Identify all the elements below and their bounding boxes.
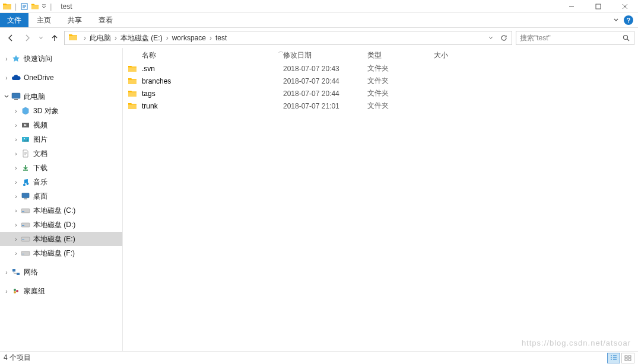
sidebar-label: 桌面 xyxy=(33,191,47,202)
close-button[interactable] xyxy=(611,0,638,13)
back-button[interactable] xyxy=(4,31,18,45)
column-header-type[interactable]: 类型 xyxy=(367,50,434,60)
sidebar-this-pc[interactable]: 此电脑 xyxy=(0,90,122,104)
chevron-right-icon[interactable]: › xyxy=(2,269,11,276)
chevron-right-icon[interactable]: › xyxy=(164,34,171,42)
file-type: 文件夹 xyxy=(367,76,434,86)
chevron-right-icon[interactable]: › xyxy=(12,236,20,242)
chevron-right-icon[interactable]: › xyxy=(12,122,20,129)
column-header-date[interactable]: 修改日期 xyxy=(283,50,367,60)
qat-dropdown-icon[interactable] xyxy=(41,2,47,11)
refresh-button[interactable] xyxy=(497,31,510,44)
drive-icon xyxy=(20,234,31,244)
breadcrumb-item[interactable]: test xyxy=(214,34,228,42)
ribbon-tab-view[interactable]: 查看 xyxy=(90,13,121,27)
chevron-right-icon[interactable]: › xyxy=(12,222,20,228)
properties-icon[interactable] xyxy=(20,2,29,11)
folder-icon xyxy=(128,64,137,74)
file-name: .svn xyxy=(142,65,155,73)
svg-rect-18 xyxy=(629,359,631,360)
svg-rect-15 xyxy=(625,356,627,357)
chevron-right-icon[interactable]: › xyxy=(12,136,20,143)
svg-point-13 xyxy=(16,290,18,292)
chevron-right-icon[interactable]: › xyxy=(112,34,119,42)
sidebar-music[interactable]: ›音乐 xyxy=(0,175,122,189)
document-icon xyxy=(20,149,31,158)
sidebar-homegroup[interactable]: ›家庭组 xyxy=(0,284,122,298)
sidebar-downloads[interactable]: ›下载 xyxy=(0,161,122,175)
file-date: 2018-07-07 20:44 xyxy=(283,90,367,98)
file-name: trunk xyxy=(142,102,158,110)
ribbon-tab-share[interactable]: 共享 xyxy=(59,13,90,27)
breadcrumb-item[interactable]: 此电脑 xyxy=(88,33,112,43)
sidebar-label: 本地磁盘 (F:) xyxy=(33,248,75,258)
homegroup-icon xyxy=(11,286,21,296)
address-dropdown-icon[interactable] xyxy=(484,31,497,44)
svg-rect-5 xyxy=(596,4,601,9)
ribbon-tab-file[interactable]: 文件 xyxy=(0,13,28,27)
folder-icon xyxy=(128,89,137,98)
sidebar-quick-access[interactable]: ›快速访问 xyxy=(0,52,122,66)
qat-folder-icon[interactable] xyxy=(30,2,40,11)
sidebar-3d-objects[interactable]: ›3D 对象 xyxy=(0,104,122,118)
sidebar-onedrive[interactable]: ›OneDrive xyxy=(0,71,122,85)
chevron-right-icon[interactable]: › xyxy=(12,165,20,171)
file-row[interactable]: branches2018-07-07 20:44文件夹 xyxy=(123,75,638,87)
download-icon xyxy=(20,163,31,173)
svg-rect-10 xyxy=(12,269,15,272)
svg-rect-11 xyxy=(17,273,20,275)
svg-point-14 xyxy=(14,291,16,293)
chevron-down-icon[interactable] xyxy=(2,94,11,99)
sidebar-drive-e[interactable]: ›本地磁盘 (E:) xyxy=(0,232,122,246)
search-input[interactable]: 搜索"test" xyxy=(516,31,634,45)
sidebar: ›快速访问 ›OneDrive 此电脑 ›3D 对象 ›视频 ›图片 ›文档 ›… xyxy=(0,48,123,351)
file-row[interactable]: trunk2018-07-07 21:01文件夹 xyxy=(123,100,638,112)
view-details-button[interactable] xyxy=(607,353,620,363)
breadcrumb-item[interactable]: workspace xyxy=(171,34,207,42)
sidebar-network[interactable]: ›网络 xyxy=(0,265,122,279)
chevron-right-icon[interactable]: › xyxy=(12,250,20,257)
nav-bar: › 此电脑 › 本地磁盘 (E:) › workspace › test 搜索"… xyxy=(0,28,638,48)
folder-icon xyxy=(68,33,79,43)
sidebar-drive-c[interactable]: ›本地磁盘 (C:) xyxy=(0,203,122,218)
chevron-right-icon[interactable]: › xyxy=(2,75,11,81)
sidebar-videos[interactable]: ›视频 xyxy=(0,118,122,132)
sidebar-pictures[interactable]: ›图片 xyxy=(0,132,122,146)
chevron-right-icon[interactable]: › xyxy=(2,56,11,62)
address-bar[interactable]: › 此电脑 › 本地磁盘 (E:) › workspace › test xyxy=(64,31,512,45)
sidebar-label: 本地磁盘 (C:) xyxy=(33,206,75,216)
history-dropdown-icon[interactable] xyxy=(37,31,45,45)
sidebar-drive-d[interactable]: ›本地磁盘 (D:) xyxy=(0,218,122,232)
sidebar-drive-f[interactable]: ›本地磁盘 (F:) xyxy=(0,246,122,260)
watermark: https://blog.csdn.net/atsoar xyxy=(522,339,631,347)
chevron-right-icon[interactable]: › xyxy=(2,288,11,295)
chevron-right-icon[interactable]: › xyxy=(12,179,20,186)
forward-button[interactable] xyxy=(20,31,34,45)
column-header-name[interactable]: 名称 xyxy=(128,50,283,60)
file-row[interactable]: tags2018-07-07 20:44文件夹 xyxy=(123,87,638,100)
maximize-button[interactable] xyxy=(585,0,611,13)
column-headers: 名称 修改日期 类型 大小 ︿ xyxy=(123,48,638,62)
ribbon-expand-icon[interactable] xyxy=(613,17,619,23)
search-icon[interactable] xyxy=(623,34,630,42)
chevron-right-icon[interactable]: › xyxy=(12,151,20,157)
sidebar-documents[interactable]: ›文档 xyxy=(0,146,122,161)
file-type: 文件夹 xyxy=(367,88,434,98)
chevron-right-icon[interactable]: › xyxy=(12,207,20,214)
minimize-button[interactable] xyxy=(558,0,585,13)
sidebar-label: 视频 xyxy=(33,120,47,130)
view-large-icons-button[interactable] xyxy=(621,353,634,363)
sidebar-desktop[interactable]: ›桌面 xyxy=(0,189,122,203)
column-header-size[interactable]: 大小 xyxy=(434,50,481,60)
file-row[interactable]: .svn2018-07-07 20:43文件夹 xyxy=(123,62,638,75)
up-button[interactable] xyxy=(47,31,62,45)
file-list-area: 名称 修改日期 类型 大小 ︿ .svn2018-07-07 20:43文件夹b… xyxy=(123,48,638,351)
breadcrumb-item[interactable]: 本地磁盘 (E:) xyxy=(119,33,164,43)
chevron-right-icon[interactable]: › xyxy=(12,193,20,200)
chevron-right-icon[interactable]: › xyxy=(81,34,88,42)
help-icon[interactable]: ? xyxy=(624,15,633,25)
ribbon-tab-home[interactable]: 主页 xyxy=(28,13,59,27)
chevron-right-icon[interactable]: › xyxy=(207,34,214,42)
drive-icon xyxy=(20,206,31,215)
chevron-right-icon[interactable]: › xyxy=(12,108,20,114)
